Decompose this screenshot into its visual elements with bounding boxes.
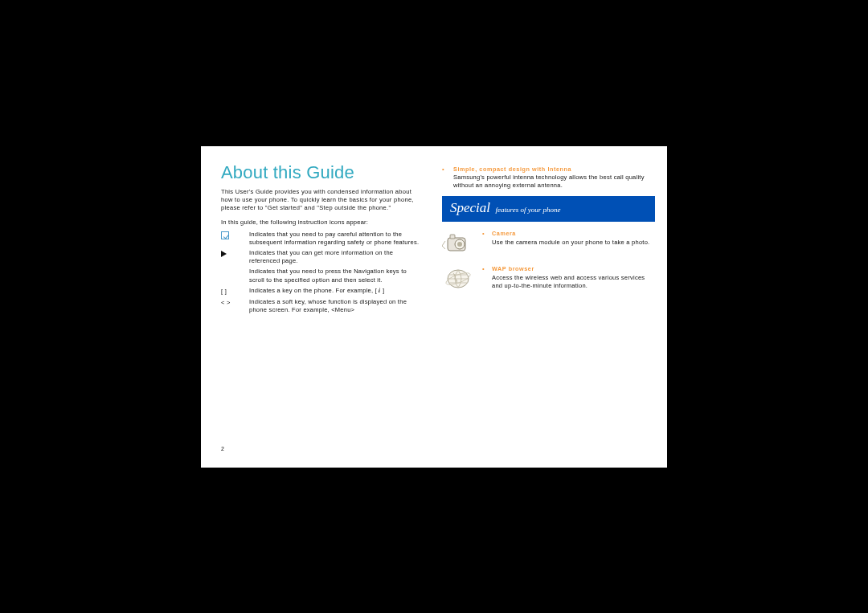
top-feature: • Simple, compact design with Intenna Sa… — [442, 166, 655, 190]
angle-brackets-symbol: < > — [221, 298, 249, 314]
arrow-icon — [221, 249, 249, 265]
feature-title: WAP browser — [492, 265, 655, 273]
left-column: About this Guide This User's Guide provi… — [221, 162, 422, 452]
svg-rect-3 — [450, 235, 455, 239]
feature-item: • Camera Use the camera module on your p… — [442, 230, 655, 257]
table-row: Indicates that you need to press the Nav… — [221, 268, 422, 284]
brackets-symbol: [ ] — [221, 287, 249, 296]
table-row: [ ] Indicates a key on the phone. For ex… — [221, 287, 422, 296]
page-title: About this Guide — [221, 162, 422, 183]
instruction-icons-table: Indicates that you need to pay careful a… — [221, 231, 422, 314]
icons-intro-line: In this guide, the following instruction… — [221, 219, 422, 226]
feature-description: Use the camera module on your phone to t… — [492, 239, 655, 247]
feature-description: Samsung's powerful intenna technology al… — [453, 174, 655, 190]
right-column: • Simple, compact design with Intenna Sa… — [442, 162, 655, 452]
check-icon — [221, 231, 249, 247]
manual-page: About this Guide This User's Guide provi… — [201, 146, 667, 468]
camera-icon — [442, 230, 474, 257]
bullet-icon: • — [442, 166, 453, 190]
intro-paragraph: This User's Guide provides you with cond… — [221, 188, 422, 212]
table-row: < > Indicates a soft key, whose function… — [221, 298, 422, 314]
special-features-banner: Special features of your phone — [442, 196, 655, 222]
feature-item: • WAP browser Access the wireless web an… — [442, 265, 655, 292]
icon-description: Indicates a soft key, whose function is … — [249, 298, 422, 314]
blank-icon — [221, 268, 249, 284]
bullet-icon: • — [482, 230, 492, 257]
table-row: Indicates that you can get more informat… — [221, 249, 422, 265]
icon-description: Indicates a key on the phone. For exampl… — [249, 287, 422, 296]
bullet-icon: • — [482, 265, 492, 292]
feature-description: Access the wireless web and access vario… — [492, 274, 655, 290]
table-row: Indicates that you need to pay careful a… — [221, 231, 422, 247]
banner-subtitle: features of your phone — [496, 206, 561, 214]
svg-point-2 — [457, 242, 462, 247]
globe-icon — [442, 265, 474, 292]
page-number: 2 — [221, 446, 224, 452]
feature-title: Simple, compact design with Intenna — [453, 166, 655, 174]
icon-description: Indicates that you need to press the Nav… — [249, 268, 422, 284]
icon-description: Indicates that you need to pay careful a… — [249, 231, 422, 247]
icon-description: Indicates that you can get more informat… — [249, 249, 422, 265]
feature-title: Camera — [492, 230, 655, 238]
banner-title: Special — [450, 200, 490, 215]
